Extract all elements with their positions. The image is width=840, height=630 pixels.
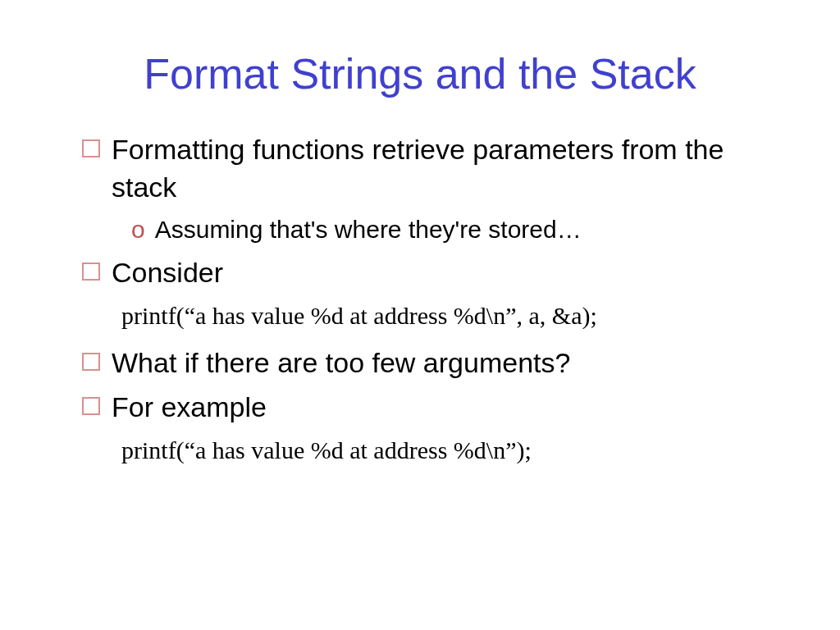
bullet-item: Consider — [82, 254, 783, 292]
sub-bullet-text: Assuming that's where they're stored… — [155, 213, 582, 247]
bullet-text: For example — [112, 389, 267, 427]
sub-bullet-item: o Assuming that's where they're stored… — [131, 213, 783, 247]
square-bullet-icon — [82, 353, 100, 371]
slide-title: Format Strings and the Stack — [57, 49, 783, 98]
square-bullet-icon — [82, 397, 100, 415]
bullet-text: Consider — [112, 254, 223, 292]
square-bullet-icon — [82, 139, 100, 158]
square-bullet-icon — [82, 262, 100, 281]
code-line: printf(“a has value %d at address %d\n”,… — [121, 302, 783, 330]
code-line: printf(“a has value %d at address %d\n”)… — [121, 436, 783, 464]
bullet-item: Formatting functions retrieve parameters… — [82, 131, 783, 207]
slide: Format Strings and the Stack Formatting … — [0, 0, 840, 512]
bullet-text: What if there are too few arguments? — [112, 345, 570, 382]
bullet-item: For example — [82, 389, 783, 427]
bullet-text: Formatting functions retrieve parameters… — [112, 131, 783, 207]
circle-bullet-icon: o — [131, 213, 145, 245]
bullet-item: What if there are too few arguments? — [82, 345, 783, 382]
